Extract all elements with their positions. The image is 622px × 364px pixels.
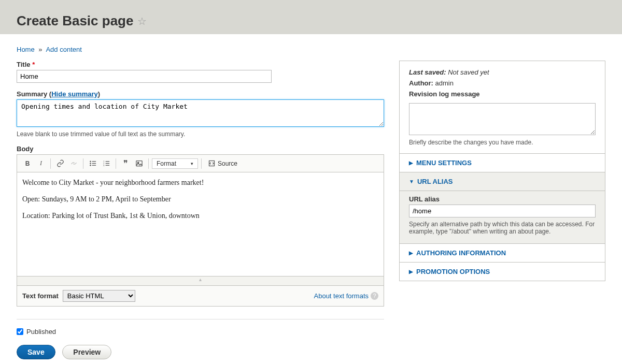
toolbar-separator (148, 158, 149, 169)
svg-point-2 (90, 165, 91, 166)
format-dropdown[interactable]: Format ▾ (152, 158, 198, 169)
promotion-header[interactable]: ▶ PROMOTION OPTIONS (400, 263, 605, 281)
text-format-label: Text format (22, 292, 59, 300)
svg-rect-4 (92, 163, 96, 164)
revision-label: Revision log message (409, 90, 480, 98)
published-label: Published (26, 328, 56, 336)
page-title: Create Basic page ☆ (17, 13, 605, 29)
header-bar: Create Basic page ☆ (0, 0, 622, 34)
triangle-right-icon: ▶ (409, 160, 413, 166)
menu-settings-section: ▶ MENU SETTINGS (400, 153, 605, 172)
body-label: Body (17, 145, 386, 153)
url-alias-input[interactable] (409, 205, 596, 217)
summary-textarea[interactable] (17, 99, 384, 127)
breadcrumb: Home » Add content (17, 46, 605, 53)
bullet-list-icon[interactable] (87, 157, 99, 170)
svg-rect-7 (105, 163, 109, 164)
body-paragraph: Welcome to City Market - your neighborho… (22, 179, 378, 187)
svg-point-1 (90, 163, 91, 164)
sidebar-panel: Last saved: Not saved yet Author: admin … (399, 61, 605, 281)
body-paragraph: Location: Parking lot of Trust Bank, 1st… (22, 212, 378, 220)
title-input[interactable] (17, 70, 272, 83)
svg-rect-12 (136, 161, 142, 166)
help-icon: ? (371, 292, 378, 300)
title-field: Title * (17, 61, 386, 83)
triangle-right-icon: ▶ (409, 269, 413, 274)
required-star-icon: * (32, 61, 35, 68)
url-alias-help: Specify an alternative path by which thi… (409, 221, 596, 235)
author-line: Author: admin (409, 79, 596, 87)
svg-rect-8 (105, 165, 109, 166)
rich-text-editor: B I 123 (17, 154, 384, 286)
breadcrumb-add-content[interactable]: Add content (46, 46, 81, 53)
source-button[interactable]: Source (205, 158, 241, 168)
triangle-down-icon: ▼ (409, 179, 414, 184)
last-saved-line: Last saved: Not saved yet (409, 68, 596, 76)
promotion-section: ▶ PROMOTION OPTIONS (400, 262, 605, 281)
hide-summary-link[interactable]: Hide summary (51, 90, 98, 98)
chevron-down-icon: ▾ (191, 161, 193, 166)
published-checkbox[interactable] (17, 328, 23, 335)
blockquote-icon[interactable]: ❞ (119, 157, 132, 170)
summary-label: Summary (Hide summary) (17, 90, 386, 98)
url-alias-header[interactable]: ▼ URL ALIAS (400, 172, 605, 191)
body-field: Body B I (17, 145, 386, 307)
editor-toolbar: B I 123 (17, 155, 384, 172)
breadcrumb-home[interactable]: Home (17, 46, 35, 53)
revision-help: Briefly describe the changes you have ma… (409, 139, 596, 146)
text-format-row: Text format Basic HTML About text format… (17, 286, 384, 307)
breadcrumb-separator: » (38, 46, 42, 53)
url-alias-section: ▼ URL ALIAS URL alias Specify an alterna… (400, 172, 605, 243)
text-format-select[interactable]: Basic HTML (63, 290, 135, 302)
url-alias-body: URL alias Specify an alternative path by… (400, 191, 605, 243)
toolbar-separator (201, 158, 202, 169)
svg-rect-5 (92, 165, 96, 166)
link-icon[interactable] (54, 157, 66, 170)
summary-field: Summary (Hide summary) Leave blank to us… (17, 90, 386, 138)
page-title-text: Create Basic page (17, 13, 133, 29)
image-icon[interactable] (133, 157, 145, 170)
about-text-formats-link[interactable]: About text formats ? (314, 292, 379, 300)
summary-help: Leave blank to use trimmed value of full… (17, 130, 386, 138)
toolbar-separator (83, 158, 83, 169)
body-paragraph: Open: Sundays, 9 AM to 2 PM, April to Se… (22, 195, 378, 203)
published-checkbox-row: Published (17, 328, 386, 336)
menu-settings-header[interactable]: ▶ MENU SETTINGS (400, 154, 605, 172)
svg-point-0 (90, 161, 91, 163)
preview-button[interactable]: Preview (62, 345, 111, 359)
meta-section: Last saved: Not saved yet Author: admin … (400, 61, 605, 153)
title-label: Title * (17, 61, 386, 68)
favorite-star-icon[interactable]: ☆ (137, 15, 147, 27)
authoring-section: ▶ AUTHORING INFORMATION (400, 243, 605, 262)
save-button[interactable]: Save (17, 345, 55, 359)
toolbar-separator (50, 158, 51, 169)
svg-rect-3 (92, 161, 96, 162)
italic-icon[interactable]: I (35, 157, 47, 170)
unlink-icon[interactable] (67, 157, 80, 170)
action-buttons: Save Preview (17, 345, 386, 359)
triangle-right-icon: ▶ (409, 250, 413, 256)
svg-rect-6 (105, 161, 109, 162)
url-alias-label: URL alias (409, 195, 596, 203)
editor-body[interactable]: Welcome to City Market - your neighborho… (17, 172, 384, 276)
revision-textarea[interactable] (409, 103, 596, 135)
bold-icon[interactable]: B (21, 157, 34, 170)
svg-text:3: 3 (103, 165, 104, 167)
numbered-list-icon[interactable]: 123 (100, 157, 112, 170)
divider (17, 319, 384, 319)
editor-resize-handle[interactable]: ▴ (17, 276, 384, 285)
toolbar-separator (116, 158, 116, 169)
authoring-header[interactable]: ▶ AUTHORING INFORMATION (400, 244, 605, 262)
